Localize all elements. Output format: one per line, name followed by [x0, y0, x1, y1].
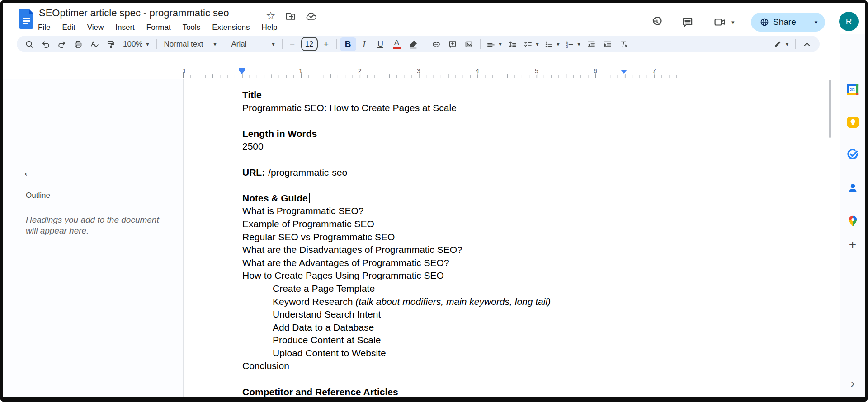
insert-image-button[interactable] — [461, 37, 477, 51]
underline-button[interactable]: U — [373, 37, 389, 51]
paragraph-styles-control[interactable]: Normal text ▾ — [160, 37, 221, 51]
highlight-color-button[interactable] — [405, 37, 421, 51]
doc-line[interactable]: Programmatic SEO: How to Create Pages at… — [242, 102, 627, 115]
align-button[interactable]: ▾ — [484, 37, 505, 51]
doc-line-indented[interactable]: Understand Search Intent — [242, 308, 627, 321]
clear-formatting-button[interactable] — [616, 37, 632, 51]
doc-line[interactable]: How to Create Pages Using Programmatic S… — [242, 269, 627, 282]
editing-mode-button[interactable]: ▾ — [769, 37, 792, 51]
document-text[interactable]: Title Programmatic SEO: How to Create Pa… — [242, 89, 627, 398]
spell-check-button[interactable] — [86, 37, 103, 51]
side-panel-divider — [845, 217, 860, 217]
share-caret-icon[interactable]: ▾ — [807, 19, 825, 26]
document-scrollbar[interactable] — [829, 80, 831, 138]
doc-line-indented[interactable]: Upload Content to Website — [242, 347, 627, 360]
doc-line-indented[interactable]: Add Data to a Database — [242, 321, 627, 334]
google-calendar-icon[interactable]: 31 — [846, 83, 859, 96]
menu-help[interactable]: Help — [255, 22, 283, 33]
doc-line[interactable]: What are the Advantages of Programmatic … — [242, 257, 627, 270]
zoom-caret-icon: ▾ — [146, 41, 149, 47]
font-caret-icon: ▾ — [272, 41, 274, 47]
globe-icon — [760, 18, 769, 27]
google-tasks-icon[interactable] — [846, 148, 859, 160]
doc-heading-notes[interactable]: Notes & Guide — [242, 192, 627, 205]
doc-line-indented[interactable]: Keyword Research (talk about modifiers, … — [242, 295, 627, 309]
undo-button[interactable] — [38, 37, 54, 51]
numbered-list-button[interactable]: 1 2 3 ▾ — [562, 37, 583, 51]
google-contacts-icon[interactable] — [846, 181, 859, 194]
doc-line[interactable]: What is Programmatic SEO? — [242, 205, 627, 218]
paint-format-button[interactable] — [103, 37, 119, 51]
increase-indent-button[interactable] — [599, 37, 616, 51]
toolbar-separator — [425, 39, 425, 49]
get-addons-button[interactable]: + — [849, 238, 856, 252]
menu-tools[interactable]: Tools — [177, 22, 207, 33]
insert-link-button[interactable] — [428, 37, 444, 51]
text-color-bar — [393, 47, 401, 49]
ruler-number: 6 — [594, 67, 597, 75]
checklist-button[interactable]: ▾ — [521, 37, 542, 51]
share-button[interactable]: Share ▾ — [751, 13, 825, 32]
doc-line-indented[interactable]: Produce Content at Scale — [242, 334, 627, 347]
left-indent-marker[interactable] — [239, 68, 245, 74]
editing-mode-caret-icon: ▾ — [786, 41, 788, 47]
doc-heading-title[interactable]: Title — [242, 89, 627, 102]
doc-heading-competitor[interactable]: Competitor and Reference Articles — [242, 386, 627, 399]
italic-button[interactable]: I — [356, 37, 373, 51]
account-avatar[interactable]: R — [839, 12, 859, 31]
font-size-input[interactable]: 12 — [301, 37, 318, 51]
doc-heading-length[interactable]: Length in Words — [242, 127, 627, 140]
increase-font-size-button[interactable]: + — [320, 37, 333, 51]
google-docs-window: SEOptimer article spec - programmatic se… — [0, 0, 868, 402]
star-icon[interactable]: ☆ — [266, 10, 276, 21]
google-keep-icon[interactable] — [846, 116, 859, 128]
cloud-saved-icon[interactable] — [306, 11, 317, 21]
search-menus-button[interactable] — [21, 37, 38, 51]
font-family-control[interactable]: Arial ▾ — [227, 37, 279, 51]
add-comment-button[interactable] — [444, 37, 461, 51]
outline-panel: ← Outline Headings you add to the docume… — [3, 79, 183, 397]
calendar-day-number: 31 — [850, 87, 855, 92]
font-value: Arial — [231, 40, 247, 49]
ruler-number: 7 — [652, 67, 656, 75]
svg-text:3: 3 — [566, 45, 568, 48]
doc-line[interactable]: Example of Programmatic SEO — [242, 218, 627, 231]
print-button[interactable] — [70, 37, 86, 51]
doc-line-url[interactable]: URL:/programmatic-seo — [242, 166, 627, 179]
redo-button[interactable] — [54, 37, 70, 51]
ruler-number: 3 — [417, 67, 420, 75]
comments-icon[interactable] — [681, 16, 694, 28]
right-indent-marker[interactable] — [621, 70, 627, 74]
menu-file[interactable]: File — [32, 22, 56, 33]
line-spacing-button[interactable] — [505, 37, 521, 51]
menu-view[interactable]: View — [81, 22, 110, 33]
google-docs-logo-icon[interactable] — [19, 9, 33, 29]
document-title[interactable]: SEOptimer article spec - programmatic se… — [39, 7, 229, 19]
meet-caret-icon[interactable]: ▾ — [731, 19, 735, 26]
bold-button[interactable]: B — [340, 37, 356, 51]
menu-insert[interactable]: Insert — [109, 22, 141, 33]
doc-line[interactable]: Regular SEO vs Programmatic SEO — [242, 231, 627, 244]
bulleted-list-caret-icon: ▾ — [557, 41, 560, 47]
bulleted-list-button[interactable]: ▾ — [542, 37, 562, 51]
close-outline-button[interactable]: ← — [22, 165, 34, 179]
hide-side-panel-button[interactable]: › — [851, 377, 855, 391]
menu-edit[interactable]: Edit — [56, 22, 81, 33]
menu-extensions[interactable]: Extensions — [206, 22, 255, 33]
decrease-font-size-button[interactable]: − — [286, 37, 299, 51]
menu-format[interactable]: Format — [141, 22, 177, 33]
header: SEOptimer article spec - programmatic se… — [3, 3, 865, 34]
move-folder-icon[interactable] — [285, 10, 296, 21]
zoom-control[interactable]: 100% ▾ — [119, 37, 153, 51]
version-history-icon[interactable] — [651, 16, 663, 28]
toolbar-separator — [282, 39, 283, 49]
document-page[interactable]: Title Programmatic SEO: How to Create Pa… — [183, 79, 684, 397]
doc-line-indented[interactable]: Create a Page Template — [242, 282, 627, 295]
doc-line[interactable]: What are the Disadvantages of Programmat… — [242, 243, 627, 257]
decrease-indent-button[interactable] — [583, 37, 599, 51]
text-color-button[interactable]: A — [389, 37, 405, 51]
meet-video-icon[interactable] — [713, 16, 726, 28]
hide-menus-button[interactable] — [799, 37, 815, 51]
doc-line[interactable]: Conclusion — [242, 360, 627, 373]
doc-line[interactable]: 2500 — [242, 140, 627, 153]
